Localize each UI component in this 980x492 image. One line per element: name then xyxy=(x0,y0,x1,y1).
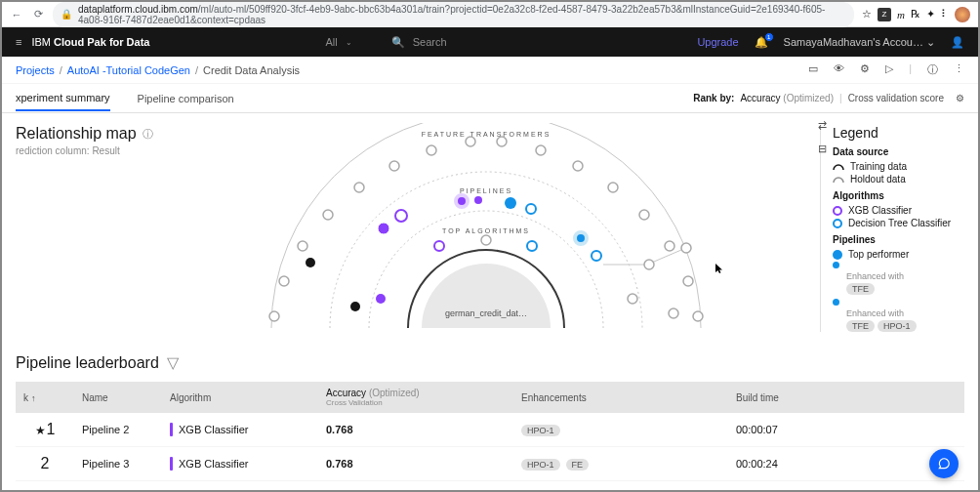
ring-label-ta: TOP ALGORITHMS xyxy=(442,227,530,234)
search-icon: 🔍 xyxy=(391,36,405,49)
svg-point-24 xyxy=(575,232,587,244)
svg-point-12 xyxy=(639,210,649,220)
brand-text: IBM Cloud Pak for Data xyxy=(31,36,149,48)
run-icon[interactable]: ▷ xyxy=(885,62,893,77)
svg-point-25 xyxy=(592,251,601,261)
lock-icon: 🔒 xyxy=(61,9,72,20)
svg-point-21 xyxy=(474,196,482,204)
svg-point-28 xyxy=(481,235,491,245)
breadcrumb-current: Credit Data Analysis xyxy=(203,64,300,76)
info-icon[interactable]: ⓘ xyxy=(927,62,938,77)
ring-label-ft: FEATURE TRANSFORMERS xyxy=(421,131,551,138)
hamburger-icon[interactable]: ≡ xyxy=(16,36,21,48)
cursor-icon xyxy=(715,264,725,273)
svg-point-20 xyxy=(456,195,468,207)
svg-point-10 xyxy=(573,161,583,171)
svg-point-19 xyxy=(395,210,407,222)
table-row[interactable]: 3Pipeline 4XGB Classifier0.768HPO-1 FE H… xyxy=(16,481,964,493)
legend-panel: Legend Data source Training data Holdout… xyxy=(820,125,964,332)
breadcrumb-projects[interactable]: Projects xyxy=(16,64,55,76)
col-algorithm[interactable]: Algorithm xyxy=(162,382,318,413)
svg-point-14 xyxy=(683,276,693,286)
svg-point-13 xyxy=(665,241,674,251)
back-icon[interactable]: ← xyxy=(10,8,23,21)
ext-m-icon[interactable]: m xyxy=(897,9,905,20)
svg-point-27 xyxy=(434,241,444,251)
svg-point-33 xyxy=(681,243,691,253)
more-icon[interactable]: ⋮ xyxy=(954,62,964,77)
ring-label-pl: PIPELINES xyxy=(459,187,511,194)
swap-view-icon[interactable]: ⇄ xyxy=(814,117,830,133)
prediction-column: rediction column: Result xyxy=(16,145,206,156)
star-icon[interactable]: ☆ xyxy=(862,8,872,20)
relationship-map-title: Relationship map ⓘ xyxy=(16,125,206,143)
notifications-icon[interactable]: 🔔1 xyxy=(755,36,768,49)
svg-point-4 xyxy=(354,183,364,192)
cross-validation-link[interactable]: Cross validation score xyxy=(848,93,944,103)
svg-point-3 xyxy=(323,210,333,220)
ext-z-icon[interactable]: Z xyxy=(878,8,891,21)
ext-rp-icon[interactable]: ℞ xyxy=(911,8,920,20)
svg-point-29 xyxy=(527,241,537,251)
ext-puzzle-icon[interactable]: ✦ xyxy=(926,8,935,20)
tab-pipeline-comparison[interactable]: Pipeline comparison xyxy=(138,86,234,111)
account-menu[interactable]: SamayaMadhavan's Accou… ⌄ xyxy=(784,36,935,49)
info-icon[interactable]: ⓘ xyxy=(143,127,153,142)
svg-point-26 xyxy=(376,294,386,304)
extension-icons: ☆ Z m ℞ ✦ ⠇ xyxy=(862,7,970,22)
filter-icon[interactable]: ▽ xyxy=(167,353,179,372)
ext-menu-icon[interactable]: ⠇ xyxy=(941,8,949,20)
col-build-time[interactable]: Build time xyxy=(728,382,964,413)
svg-point-9 xyxy=(536,145,546,155)
global-search[interactable]: 🔍 Search xyxy=(391,36,447,49)
svg-point-0 xyxy=(269,311,279,321)
relationship-map-chart[interactable]: FEATURE TRANSFORMERS PIPELINES TOP ALGOR… xyxy=(206,125,820,332)
svg-point-32 xyxy=(644,260,654,269)
svg-point-5 xyxy=(389,161,399,171)
svg-point-7 xyxy=(466,137,475,146)
url-bar[interactable]: 🔒 dataplatform.cloud.ibm.com/ml/auto-ml/… xyxy=(53,2,854,27)
svg-point-23 xyxy=(526,204,536,214)
reload-icon[interactable]: ⟳ xyxy=(31,8,45,21)
chevron-down-icon: ⌄ xyxy=(346,38,352,47)
svg-point-6 xyxy=(427,145,436,155)
leaderboard-title: Pipeline leaderboard xyxy=(16,354,159,372)
svg-point-11 xyxy=(608,183,618,192)
rank-metric[interactable]: Accuracy (Optimized) xyxy=(740,93,834,103)
app-top-bar: ≡ IBM Cloud Pak for Data All⌄ 🔍 Search U… xyxy=(2,27,978,57)
view-icon[interactable]: 👁 xyxy=(834,62,844,77)
col-enhancements[interactable]: Enhancements xyxy=(513,382,728,413)
svg-point-22 xyxy=(505,197,516,209)
svg-point-2 xyxy=(298,241,307,251)
table-row[interactable]: 2Pipeline 3XGB Classifier0.768HPO-1 FE00… xyxy=(16,447,964,481)
breadcrumb: Projects / AutoAI -Tutorial CodeGen / Cr… xyxy=(2,57,978,84)
table-row[interactable]: ★1Pipeline 2XGB Classifier0.768HPO-100:0… xyxy=(16,413,964,447)
filter-icon[interactable]: ⚙ xyxy=(956,93,964,103)
dashboard-icon[interactable]: ▭ xyxy=(808,62,818,77)
tab-experiment-summary[interactable]: xperiment summary xyxy=(16,85,110,111)
upgrade-link[interactable]: Upgrade xyxy=(697,36,738,48)
settings-icon[interactable]: ⚙ xyxy=(860,62,870,77)
svg-point-35 xyxy=(669,308,678,318)
col-rank[interactable]: k↑ xyxy=(16,382,74,413)
legend-title: Legend xyxy=(833,125,964,141)
pipeline-leaderboard: Pipeline leaderboard ▽ k↑ Name Algorithm… xyxy=(2,340,978,492)
browser-chrome: ← ⟳ 🔒 dataplatform.cloud.ibm.com/ml/auto… xyxy=(2,2,978,27)
dataset-label: german_credit_dat… xyxy=(444,308,526,318)
svg-point-18 xyxy=(378,223,389,234)
svg-point-8 xyxy=(497,137,507,146)
svg-point-16 xyxy=(306,258,315,267)
svg-point-17 xyxy=(350,302,360,311)
chat-fab[interactable] xyxy=(929,449,959,478)
progress-view-icon[interactable]: ⊟ xyxy=(814,141,830,156)
scope-selector[interactable]: All⌄ xyxy=(325,36,351,48)
profile-avatar-icon[interactable] xyxy=(955,7,970,22)
breadcrumb-autoai[interactable]: AutoAI -Tutorial CodeGen xyxy=(67,64,190,76)
rank-by-label: Rank by: xyxy=(693,93,734,103)
svg-point-34 xyxy=(628,294,637,304)
col-name[interactable]: Name xyxy=(74,382,162,413)
svg-point-1 xyxy=(279,276,289,286)
svg-point-15 xyxy=(693,311,703,321)
avatar-icon[interactable]: 👤 xyxy=(951,36,964,49)
col-accuracy[interactable]: Accuracy (Optimized)Cross Validation xyxy=(318,382,513,413)
